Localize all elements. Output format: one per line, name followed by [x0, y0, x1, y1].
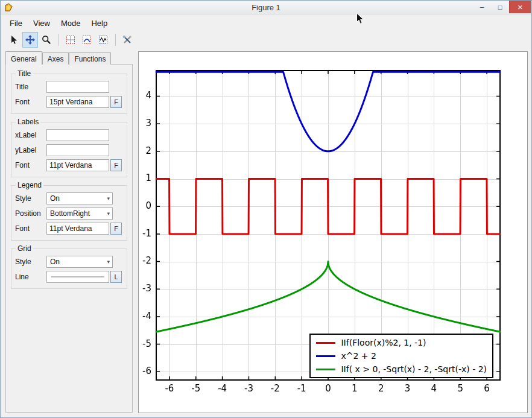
- ylabel-input[interactable]: [46, 144, 109, 156]
- client-area: General Axes Functions Title Title Font …: [1, 49, 531, 417]
- toolbar-separator: [115, 34, 116, 46]
- xlabel-field-label: xLabel: [15, 131, 46, 139]
- settings-panel: General Axes Functions Title Title Font …: [5, 51, 133, 413]
- title-font-label: Font: [15, 98, 46, 106]
- legend-group: Legend Style On ▾ Position BottomRight ▾: [11, 185, 127, 241]
- tab-functions[interactable]: Functions: [69, 52, 111, 65]
- zoom-icon: [42, 35, 51, 45]
- labels-font-input[interactable]: [46, 159, 109, 171]
- app-window: Figure 1 – □ × File View Mode Help: [0, 0, 532, 418]
- minimize-button[interactable]: –: [473, 1, 491, 13]
- maximize-button[interactable]: □: [491, 1, 509, 13]
- toolbar-separator: [59, 34, 59, 46]
- labels-font-label: Font: [15, 161, 46, 169]
- tab-axes[interactable]: Axes: [42, 52, 69, 65]
- pan-icon: [25, 35, 35, 45]
- legend-position-label: Position: [15, 209, 46, 218]
- grid-line-preview[interactable]: [46, 271, 109, 283]
- close-button[interactable]: ×: [509, 1, 531, 13]
- pan-tool-button[interactable]: [22, 32, 38, 48]
- zoom-region-icon: [82, 35, 92, 45]
- grid-line-button[interactable]: L: [110, 271, 122, 283]
- grid-style-value: On: [50, 258, 60, 266]
- legend-line-sample-blue: [316, 355, 335, 357]
- title-group: Title Title Font F: [11, 74, 127, 114]
- legend-position-value: BottomRight: [50, 209, 90, 218]
- fit-region-icon: [98, 35, 108, 45]
- pointer-icon: [9, 35, 19, 45]
- legend-font-input[interactable]: [46, 223, 109, 235]
- plot-legend: IIf(Floor(x)%2, 1, -1) x^2 + 2 IIf( x > …: [309, 334, 493, 378]
- legend-style-label: Style: [15, 194, 46, 203]
- menu-mode[interactable]: Mode: [55, 17, 86, 30]
- tab-general[interactable]: General: [5, 51, 42, 65]
- legend-group-legend: Legend: [16, 181, 43, 189]
- fit-region-button[interactable]: [95, 32, 111, 48]
- app-logo-icon: [4, 3, 13, 12]
- legend-line-sample-red: [316, 342, 335, 344]
- menu-view[interactable]: View: [28, 17, 55, 30]
- chevron-down-icon: ▾: [107, 259, 110, 265]
- legend-entry: x^2 + 2: [316, 349, 487, 363]
- legend-entry-label: x^2 + 2: [341, 351, 376, 361]
- legend-line-sample-green: [316, 369, 335, 370]
- legend-font-label: Font: [15, 224, 46, 233]
- window-controls: – □ ×: [473, 1, 531, 13]
- labels-font-button[interactable]: F: [110, 159, 122, 171]
- grid-style-select[interactable]: On ▾: [46, 256, 113, 268]
- legend-style-select[interactable]: On ▾: [46, 192, 113, 204]
- title-group-legend: Title: [16, 69, 33, 78]
- pointer-tool-button[interactable]: [6, 32, 22, 48]
- tools-button[interactable]: [119, 32, 135, 48]
- menu-file[interactable]: File: [4, 17, 28, 30]
- tools-icon: [122, 35, 132, 45]
- title-input[interactable]: [46, 81, 109, 93]
- grid-style-label: Style: [15, 258, 46, 266]
- window-title: Figure 1: [1, 3, 531, 12]
- chevron-down-icon: ▾: [107, 211, 110, 217]
- toolbar: [1, 31, 531, 49]
- labels-group-legend: Labels: [16, 118, 40, 126]
- tab-strip: General Axes Functions: [5, 51, 133, 65]
- tab-page-general: Title Title Font F Labels xLabel: [5, 64, 133, 413]
- zoom-region-button[interactable]: [79, 32, 95, 48]
- labels-group: Labels xLabel yLabel Font F: [11, 122, 127, 177]
- subplots-grid-icon: [66, 35, 75, 45]
- title-field-label: Title: [15, 83, 46, 91]
- legend-entry: IIf(Floor(x)%2, 1, -1): [316, 336, 487, 349]
- legend-entry-label: IIf(Floor(x)%2, 1, -1): [341, 338, 426, 347]
- menubar: File View Mode Help: [1, 15, 531, 31]
- subplots-grid-button[interactable]: [63, 32, 78, 48]
- grid-line-sample: [51, 276, 104, 277]
- grid-group: Grid Style On ▾ Line L: [11, 249, 127, 289]
- menu-help[interactable]: Help: [86, 17, 113, 30]
- title-font-input[interactable]: [46, 96, 109, 108]
- plot-panel: IIf(Floor(x)%2, 1, -1) x^2 + 2 IIf( x > …: [138, 51, 528, 413]
- legend-font-button[interactable]: F: [110, 223, 122, 235]
- grid-line-label: Line: [15, 273, 46, 281]
- grid-group-legend: Grid: [16, 244, 33, 253]
- legend-position-select[interactable]: BottomRight ▾: [46, 207, 113, 220]
- chevron-down-icon: ▾: [107, 195, 110, 201]
- legend-entry: IIf( x > 0, -Sqrt(x) - 2, -Sqrt(-x) - 2): [316, 363, 487, 376]
- xlabel-input[interactable]: [46, 129, 109, 141]
- legend-entry-label: IIf( x > 0, -Sqrt(x) - 2, -Sqrt(-x) - 2): [341, 364, 487, 374]
- title-font-button[interactable]: F: [110, 96, 122, 108]
- titlebar: Figure 1 – □ ×: [1, 1, 531, 15]
- zoom-tool-button[interactable]: [39, 32, 54, 48]
- ylabel-field-label: yLabel: [15, 146, 46, 154]
- legend-style-value: On: [50, 194, 60, 203]
